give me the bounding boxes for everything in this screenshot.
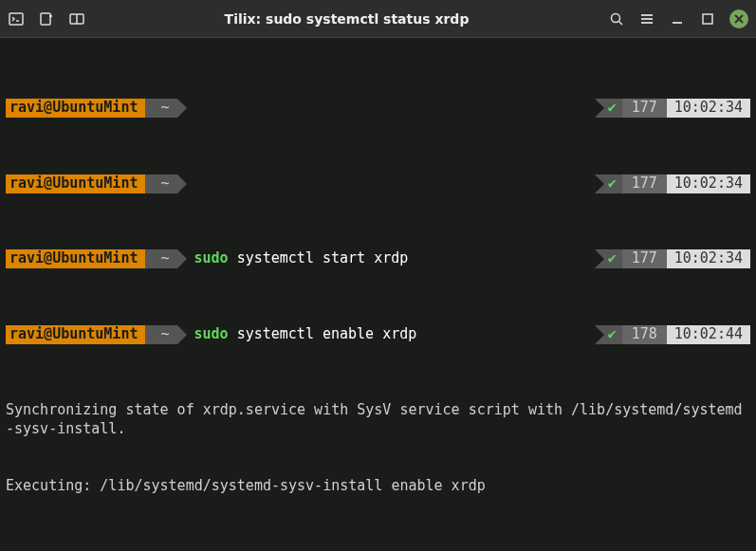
timestamp: 10:02:44 [667, 325, 750, 344]
close-icon[interactable] [729, 9, 748, 28]
prompt-row: ravi@UbuntuMint ~ sudo systemctl start x… [6, 249, 750, 268]
minimize-icon[interactable] [669, 10, 686, 28]
status-check-icon: ✔ [595, 249, 622, 268]
prompt-row: ravi@UbuntuMint ~ sudo systemctl enable … [6, 325, 750, 344]
menu-icon[interactable] [638, 10, 655, 28]
new-tab-icon[interactable] [38, 10, 55, 28]
terminal-icon[interactable] [8, 10, 25, 28]
prompt-path: ~ [145, 249, 176, 268]
history-number: 177 [622, 99, 667, 118]
prompt-user: ravi@UbuntuMint [6, 99, 145, 118]
timestamp: 10:02:34 [667, 99, 750, 118]
timestamp: 10:02:34 [667, 249, 750, 268]
titlebar: Tilix: sudo systemctl status xrdp [0, 0, 756, 38]
svg-line-5 [619, 21, 623, 25]
status-check-icon: ✔ [595, 174, 622, 193]
svg-point-4 [612, 13, 620, 22]
status-check-icon: ✔ [595, 325, 622, 344]
prompt-cmd [177, 174, 595, 193]
history-number: 177 [622, 249, 667, 268]
svg-rect-10 [703, 14, 712, 24]
prompt-cmd [177, 99, 595, 118]
prompt-user: ravi@UbuntuMint [6, 325, 145, 344]
prompt-path: ~ [145, 99, 176, 118]
maximize-icon[interactable] [699, 10, 716, 28]
split-icon[interactable] [68, 10, 85, 28]
prompt-row: ravi@UbuntuMint ~ ✔ 177 10:02:34 [6, 174, 750, 193]
output-line: Executing: /lib/systemd/systemd-sysv-ins… [6, 477, 750, 496]
prompt-cmd: sudo systemctl start xrdp [177, 249, 595, 268]
window-title: Tilix: sudo systemctl status xrdp [85, 11, 608, 27]
svg-rect-0 [9, 13, 23, 25]
svg-rect-1 [41, 13, 50, 25]
terminal-area[interactable]: ravi@UbuntuMint ~ ✔ 177 10:02:34 ravi@Ub… [0, 38, 756, 551]
prompt-user: ravi@UbuntuMint [6, 174, 145, 193]
prompt-cmd: sudo systemctl enable xrdp [177, 325, 595, 344]
output-line: Synchronizing state of xrdp.service with… [6, 401, 750, 439]
prompt-path: ~ [145, 325, 176, 344]
history-number: 177 [622, 174, 667, 193]
search-icon[interactable] [608, 10, 625, 28]
timestamp: 10:02:34 [667, 174, 750, 193]
prompt-path: ~ [145, 174, 176, 193]
prompt-row: ravi@UbuntuMint ~ ✔ 177 10:02:34 [6, 99, 750, 118]
prompt-user: ravi@UbuntuMint [6, 249, 145, 268]
status-check-icon: ✔ [595, 99, 622, 118]
history-number: 178 [622, 325, 667, 344]
